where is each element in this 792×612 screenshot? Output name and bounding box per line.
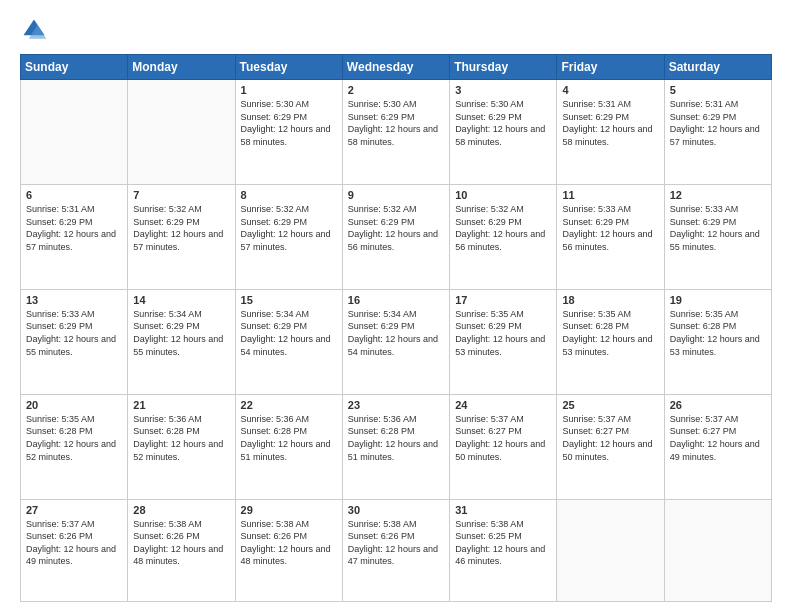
calendar-cell: 2Sunrise: 5:30 AM Sunset: 6:29 PM Daylig… <box>342 80 449 185</box>
day-number: 5 <box>670 84 766 96</box>
calendar-cell: 19Sunrise: 5:35 AM Sunset: 6:28 PM Dayli… <box>664 289 771 394</box>
day-number: 6 <box>26 189 122 201</box>
day-number: 17 <box>455 294 551 306</box>
day-number: 28 <box>133 504 229 516</box>
calendar-cell: 30Sunrise: 5:38 AM Sunset: 6:26 PM Dayli… <box>342 499 449 601</box>
day-header-monday: Monday <box>128 55 235 80</box>
day-info: Sunrise: 5:32 AM Sunset: 6:29 PM Dayligh… <box>241 203 337 253</box>
day-number: 1 <box>241 84 337 96</box>
calendar-cell: 12Sunrise: 5:33 AM Sunset: 6:29 PM Dayli… <box>664 184 771 289</box>
day-number: 23 <box>348 399 444 411</box>
calendar-cell: 24Sunrise: 5:37 AM Sunset: 6:27 PM Dayli… <box>450 394 557 499</box>
day-number: 3 <box>455 84 551 96</box>
day-number: 8 <box>241 189 337 201</box>
day-info: Sunrise: 5:38 AM Sunset: 6:26 PM Dayligh… <box>348 518 444 568</box>
day-header-tuesday: Tuesday <box>235 55 342 80</box>
day-number: 30 <box>348 504 444 516</box>
day-number: 21 <box>133 399 229 411</box>
day-number: 18 <box>562 294 658 306</box>
calendar-cell: 13Sunrise: 5:33 AM Sunset: 6:29 PM Dayli… <box>21 289 128 394</box>
week-row-0: 1Sunrise: 5:30 AM Sunset: 6:29 PM Daylig… <box>21 80 772 185</box>
day-header-wednesday: Wednesday <box>342 55 449 80</box>
calendar-cell: 11Sunrise: 5:33 AM Sunset: 6:29 PM Dayli… <box>557 184 664 289</box>
day-number: 4 <box>562 84 658 96</box>
calendar-cell: 15Sunrise: 5:34 AM Sunset: 6:29 PM Dayli… <box>235 289 342 394</box>
calendar-cell: 28Sunrise: 5:38 AM Sunset: 6:26 PM Dayli… <box>128 499 235 601</box>
day-number: 24 <box>455 399 551 411</box>
day-info: Sunrise: 5:36 AM Sunset: 6:28 PM Dayligh… <box>348 413 444 463</box>
calendar-cell: 31Sunrise: 5:38 AM Sunset: 6:25 PM Dayli… <box>450 499 557 601</box>
day-number: 20 <box>26 399 122 411</box>
calendar-cell: 3Sunrise: 5:30 AM Sunset: 6:29 PM Daylig… <box>450 80 557 185</box>
day-number: 31 <box>455 504 551 516</box>
day-info: Sunrise: 5:30 AM Sunset: 6:29 PM Dayligh… <box>241 98 337 148</box>
day-info: Sunrise: 5:37 AM Sunset: 6:27 PM Dayligh… <box>455 413 551 463</box>
day-info: Sunrise: 5:32 AM Sunset: 6:29 PM Dayligh… <box>133 203 229 253</box>
day-number: 22 <box>241 399 337 411</box>
day-header-friday: Friday <box>557 55 664 80</box>
day-info: Sunrise: 5:38 AM Sunset: 6:25 PM Dayligh… <box>455 518 551 568</box>
day-info: Sunrise: 5:32 AM Sunset: 6:29 PM Dayligh… <box>348 203 444 253</box>
calendar-cell: 25Sunrise: 5:37 AM Sunset: 6:27 PM Dayli… <box>557 394 664 499</box>
days-of-week-row: SundayMondayTuesdayWednesdayThursdayFrid… <box>21 55 772 80</box>
day-number: 27 <box>26 504 122 516</box>
calendar-cell: 21Sunrise: 5:36 AM Sunset: 6:28 PM Dayli… <box>128 394 235 499</box>
calendar-cell: 26Sunrise: 5:37 AM Sunset: 6:27 PM Dayli… <box>664 394 771 499</box>
day-info: Sunrise: 5:34 AM Sunset: 6:29 PM Dayligh… <box>348 308 444 358</box>
calendar-cell: 4Sunrise: 5:31 AM Sunset: 6:29 PM Daylig… <box>557 80 664 185</box>
day-number: 13 <box>26 294 122 306</box>
calendar-cell <box>664 499 771 601</box>
calendar-cell: 29Sunrise: 5:38 AM Sunset: 6:26 PM Dayli… <box>235 499 342 601</box>
day-info: Sunrise: 5:37 AM Sunset: 6:27 PM Dayligh… <box>562 413 658 463</box>
calendar-cell <box>21 80 128 185</box>
day-info: Sunrise: 5:32 AM Sunset: 6:29 PM Dayligh… <box>455 203 551 253</box>
calendar-cell: 5Sunrise: 5:31 AM Sunset: 6:29 PM Daylig… <box>664 80 771 185</box>
day-header-thursday: Thursday <box>450 55 557 80</box>
day-number: 12 <box>670 189 766 201</box>
day-number: 10 <box>455 189 551 201</box>
day-info: Sunrise: 5:36 AM Sunset: 6:28 PM Dayligh… <box>241 413 337 463</box>
day-info: Sunrise: 5:31 AM Sunset: 6:29 PM Dayligh… <box>670 98 766 148</box>
day-info: Sunrise: 5:31 AM Sunset: 6:29 PM Dayligh… <box>26 203 122 253</box>
day-number: 11 <box>562 189 658 201</box>
day-info: Sunrise: 5:30 AM Sunset: 6:29 PM Dayligh… <box>348 98 444 148</box>
calendar-cell: 9Sunrise: 5:32 AM Sunset: 6:29 PM Daylig… <box>342 184 449 289</box>
calendar-cell: 16Sunrise: 5:34 AM Sunset: 6:29 PM Dayli… <box>342 289 449 394</box>
calendar-cell: 17Sunrise: 5:35 AM Sunset: 6:29 PM Dayli… <box>450 289 557 394</box>
week-row-3: 20Sunrise: 5:35 AM Sunset: 6:28 PM Dayli… <box>21 394 772 499</box>
day-header-saturday: Saturday <box>664 55 771 80</box>
logo <box>20 16 52 44</box>
day-info: Sunrise: 5:31 AM Sunset: 6:29 PM Dayligh… <box>562 98 658 148</box>
day-info: Sunrise: 5:33 AM Sunset: 6:29 PM Dayligh… <box>670 203 766 253</box>
calendar-body: 1Sunrise: 5:30 AM Sunset: 6:29 PM Daylig… <box>21 80 772 602</box>
day-info: Sunrise: 5:35 AM Sunset: 6:28 PM Dayligh… <box>562 308 658 358</box>
calendar-cell: 1Sunrise: 5:30 AM Sunset: 6:29 PM Daylig… <box>235 80 342 185</box>
day-number: 29 <box>241 504 337 516</box>
day-info: Sunrise: 5:38 AM Sunset: 6:26 PM Dayligh… <box>133 518 229 568</box>
week-row-2: 13Sunrise: 5:33 AM Sunset: 6:29 PM Dayli… <box>21 289 772 394</box>
calendar-cell: 18Sunrise: 5:35 AM Sunset: 6:28 PM Dayli… <box>557 289 664 394</box>
calendar: SundayMondayTuesdayWednesdayThursdayFrid… <box>20 54 772 602</box>
week-row-1: 6Sunrise: 5:31 AM Sunset: 6:29 PM Daylig… <box>21 184 772 289</box>
calendar-cell: 22Sunrise: 5:36 AM Sunset: 6:28 PM Dayli… <box>235 394 342 499</box>
day-info: Sunrise: 5:36 AM Sunset: 6:28 PM Dayligh… <box>133 413 229 463</box>
calendar-cell: 8Sunrise: 5:32 AM Sunset: 6:29 PM Daylig… <box>235 184 342 289</box>
calendar-cell: 20Sunrise: 5:35 AM Sunset: 6:28 PM Dayli… <box>21 394 128 499</box>
day-info: Sunrise: 5:38 AM Sunset: 6:26 PM Dayligh… <box>241 518 337 568</box>
day-info: Sunrise: 5:35 AM Sunset: 6:29 PM Dayligh… <box>455 308 551 358</box>
calendar-cell: 6Sunrise: 5:31 AM Sunset: 6:29 PM Daylig… <box>21 184 128 289</box>
page: SundayMondayTuesdayWednesdayThursdayFrid… <box>0 0 792 612</box>
day-info: Sunrise: 5:34 AM Sunset: 6:29 PM Dayligh… <box>133 308 229 358</box>
day-number: 14 <box>133 294 229 306</box>
calendar-cell: 23Sunrise: 5:36 AM Sunset: 6:28 PM Dayli… <box>342 394 449 499</box>
day-number: 7 <box>133 189 229 201</box>
day-info: Sunrise: 5:35 AM Sunset: 6:28 PM Dayligh… <box>670 308 766 358</box>
day-number: 9 <box>348 189 444 201</box>
day-number: 2 <box>348 84 444 96</box>
day-info: Sunrise: 5:33 AM Sunset: 6:29 PM Dayligh… <box>562 203 658 253</box>
day-info: Sunrise: 5:37 AM Sunset: 6:27 PM Dayligh… <box>670 413 766 463</box>
day-number: 26 <box>670 399 766 411</box>
calendar-cell <box>557 499 664 601</box>
week-row-4: 27Sunrise: 5:37 AM Sunset: 6:26 PM Dayli… <box>21 499 772 601</box>
day-info: Sunrise: 5:37 AM Sunset: 6:26 PM Dayligh… <box>26 518 122 568</box>
